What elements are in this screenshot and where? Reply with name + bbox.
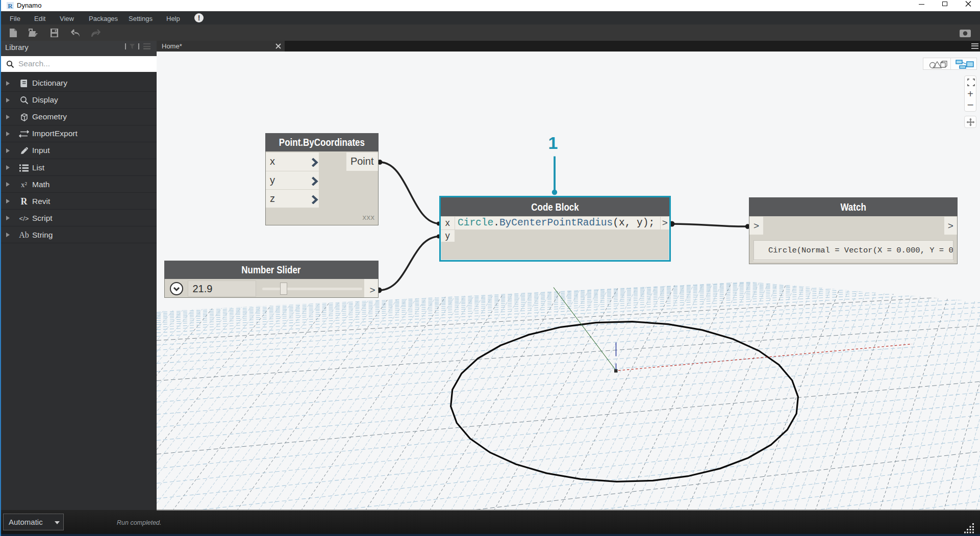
svg-text:R: R — [8, 2, 13, 9]
svg-text:1: 1 — [548, 133, 558, 152]
